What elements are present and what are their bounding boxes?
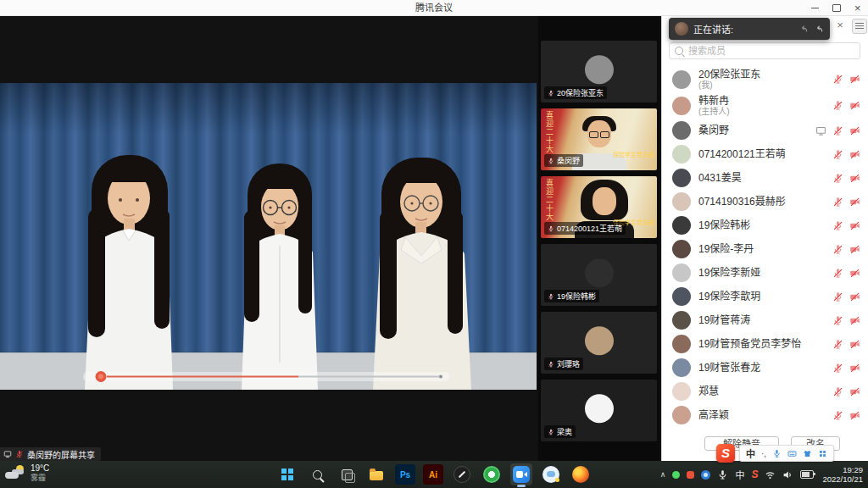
ime-skin-icon[interactable] [803, 449, 812, 458]
camera-off-icon[interactable] [849, 386, 860, 397]
weather-widget[interactable]: 19°C 雾霾 [5, 463, 49, 482]
mic-muted-icon[interactable] [832, 149, 843, 160]
taskbar-icon-chat-app[interactable] [540, 463, 562, 485]
member-name: 高泽颖 [698, 409, 832, 421]
screen-share-banner[interactable]: 桑闵野的屏幕共享 [0, 447, 101, 461]
video-thumbnail[interactable]: 喜迎二十大 保险学生党支部 桑闵野 [541, 108, 657, 170]
tray-mic-icon[interactable] [717, 469, 728, 480]
camera-off-icon[interactable] [849, 363, 860, 374]
camera-off-icon[interactable] [849, 220, 860, 231]
member-role: (主持人) [698, 107, 832, 117]
ime-punctuation-toggle[interactable]: ·, [761, 449, 766, 458]
taskbar-icon-pen-app[interactable] [451, 463, 473, 485]
mic-muted-icon[interactable] [832, 197, 843, 208]
video-thumbnail[interactable]: 喜迎二十大 保险学生党支部 0714200121王若萌 [541, 176, 657, 238]
tray-blue-swirl-icon[interactable] [701, 470, 710, 480]
camera-off-icon[interactable] [849, 244, 860, 255]
reply-arrow-icon[interactable] [814, 24, 824, 34]
hamburger-menu-icon[interactable] [852, 19, 867, 34]
camera-off-icon[interactable] [849, 410, 860, 421]
tray-ime-mode-icon[interactable]: 中 [735, 468, 744, 481]
member-row[interactable]: 19保险李新娅 [662, 261, 868, 285]
member-search-box[interactable] [669, 42, 860, 59]
ime-keyboard-icon[interactable] [787, 449, 797, 458]
taskbar-icon-start[interactable] [276, 463, 298, 485]
member-row[interactable]: 19财管预备党员李梦怡 [662, 332, 868, 356]
panel-close-icon[interactable] [833, 15, 847, 36]
taskbar-icon-photoshop[interactable]: Ps [395, 464, 415, 485]
member-row[interactable]: 19财管蒋涛 [662, 308, 868, 332]
member-row[interactable]: 19保险李歆玥 [662, 285, 868, 308]
camera-off-icon[interactable] [849, 100, 860, 111]
camera-off-icon[interactable] [849, 197, 860, 208]
camera-off-icon[interactable] [849, 74, 860, 85]
member-row[interactable]: 19财管张春龙 [662, 356, 868, 380]
mic-muted-icon[interactable] [832, 125, 843, 136]
mic-muted-icon[interactable] [832, 291, 843, 302]
camera-off-icon[interactable] [849, 339, 860, 350]
ime-toolbox-icon[interactable] [818, 449, 827, 458]
mic-muted-icon[interactable] [832, 74, 843, 85]
mic-muted-icon[interactable] [832, 268, 843, 279]
tray-battery-icon[interactable] [800, 470, 814, 479]
member-row[interactable]: 19保险韩彬 [662, 214, 868, 237]
close-button[interactable] [847, 0, 868, 15]
video-thumbnail[interactable]: 刘璎珞 [541, 312, 657, 374]
video-thumbnail[interactable]: 19保险韩彬 [541, 244, 657, 306]
taskbar-icon-tencent-meeting[interactable] [510, 463, 532, 485]
mic-muted-icon[interactable] [832, 220, 843, 231]
screen-share-icon [815, 125, 826, 136]
camera-off-icon[interactable] [849, 291, 860, 302]
taskbar-apps: PsAi [276, 463, 592, 485]
member-row[interactable]: 19保险-李丹 [662, 237, 868, 261]
camera-off-icon[interactable] [849, 125, 860, 136]
taskbar-icon-file-explorer[interactable] [365, 463, 387, 485]
participant-avatar [585, 258, 614, 287]
search-input[interactable] [687, 45, 854, 57]
tray-red-dot-icon[interactable] [687, 471, 694, 479]
member-row[interactable]: 0714200121王若萌 [662, 142, 868, 166]
mic-muted-icon[interactable] [832, 315, 843, 326]
tray-wifi-icon[interactable] [765, 469, 776, 480]
mic-muted-icon[interactable] [832, 244, 843, 255]
member-row[interactable]: 桑闵野 [662, 119, 868, 142]
mic-muted-icon[interactable] [832, 410, 843, 421]
video-thumbnail[interactable]: 20保险张亚东 [541, 41, 657, 103]
member-row[interactable]: 20保险张亚东 (我) [662, 66, 868, 92]
sogou-logo-icon[interactable]: S [716, 444, 735, 463]
minimize-button[interactable] [804, 0, 826, 15]
camera-off-icon[interactable] [849, 315, 860, 326]
member-row[interactable]: 0714190316聂赫彤 [662, 190, 868, 214]
member-avatar [672, 358, 691, 377]
taskbar-icon-green-app[interactable] [481, 463, 503, 485]
tray-chevron-up-icon[interactable]: ∧ [660, 470, 666, 479]
shared-screen-video[interactable] [0, 83, 537, 390]
camera-off-icon[interactable] [849, 268, 860, 279]
video-thumbnail[interactable]: 梁奥 [541, 380, 657, 441]
tray-sogou-icon[interactable]: S [751, 469, 758, 480]
mic-muted-icon[interactable] [832, 339, 843, 350]
tray-green-dot-icon[interactable] [672, 471, 680, 479]
camera-off-icon[interactable] [849, 149, 860, 160]
maximize-button[interactable] [826, 0, 847, 15]
ime-voice-icon[interactable] [772, 449, 782, 458]
mic-muted-icon[interactable] [832, 363, 843, 374]
member-row[interactable]: 0431姜昊 [662, 166, 868, 190]
taskbar-clock[interactable]: 19:29 2022/10/21 [822, 465, 863, 484]
member-row[interactable]: 郑慧 [662, 380, 868, 403]
mic-muted-icon[interactable] [832, 173, 843, 184]
taskbar-icon-firefox[interactable] [570, 463, 592, 485]
mic-muted-icon[interactable] [832, 100, 843, 111]
member-row[interactable]: 韩新冉 (主持人) [662, 92, 868, 119]
member-avatar [672, 121, 691, 140]
taskbar-icon-illustrator[interactable]: Ai [423, 464, 443, 485]
camera-off-icon[interactable] [849, 173, 860, 184]
member-name: 郑慧 [698, 385, 832, 397]
taskbar-icon-task-view[interactable] [336, 463, 358, 485]
taskbar-icon-search[interactable] [306, 463, 328, 485]
tray-speaker-icon[interactable] [782, 469, 793, 480]
member-row[interactable]: 高泽颖 [662, 403, 868, 427]
ime-mode-toggle[interactable]: 中 [746, 446, 755, 460]
mic-muted-icon[interactable] [832, 386, 843, 397]
reply-arrow-icon[interactable] [798, 24, 809, 34]
